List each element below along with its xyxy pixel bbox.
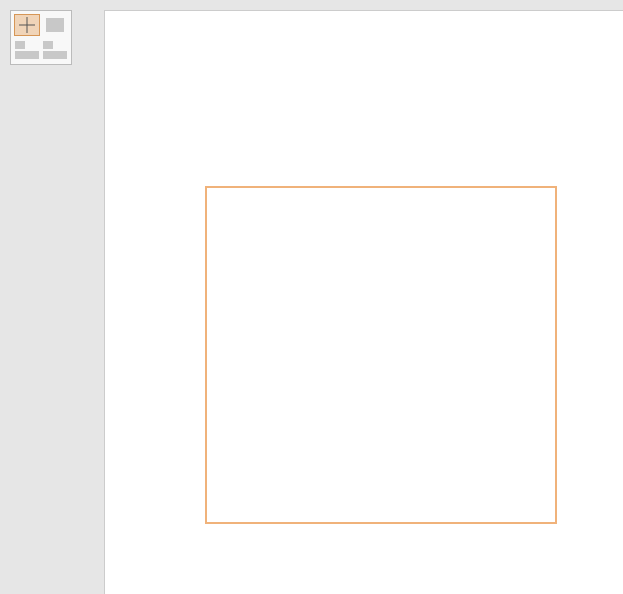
crosshair-tool-button[interactable]	[14, 14, 40, 36]
toolbar-row-1	[14, 14, 68, 36]
canvas-area[interactable]	[104, 10, 623, 594]
layout-icon-2	[43, 41, 67, 59]
layout-tool-2-button[interactable]	[42, 39, 68, 61]
rectangle-icon	[46, 18, 64, 32]
rectangle-tool-button[interactable]	[42, 14, 68, 36]
toolbar-panel	[10, 10, 72, 65]
crosshair-icon	[19, 17, 35, 33]
layout-icon-1	[15, 41, 39, 59]
drawn-rectangle-shape[interactable]	[205, 186, 557, 524]
layout-tool-1-button[interactable]	[14, 39, 40, 61]
toolbar-row-2	[14, 39, 68, 61]
